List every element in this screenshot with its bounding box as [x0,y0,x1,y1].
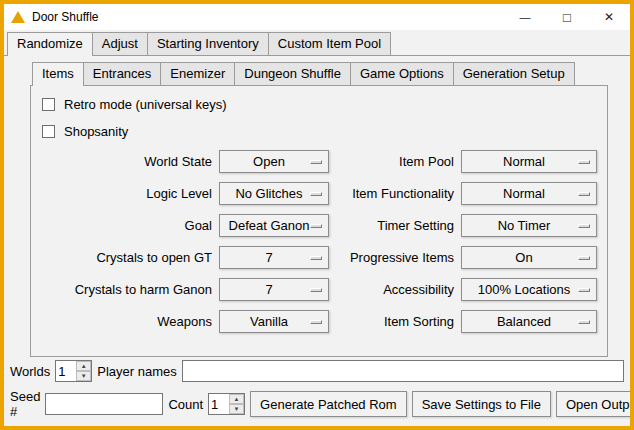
tab-dungeon-shuffle[interactable]: Dungeon Shuffle [234,62,351,85]
checkbox-icon[interactable] [42,125,55,138]
maximize-icon[interactable]: □ [546,4,588,30]
dropdown-indicator-icon [310,288,322,292]
tab-entrances[interactable]: Entrances [83,62,162,85]
tab-items[interactable]: Items [32,62,84,86]
footer-row-2: Seed # Count ▲ ▼ Generate Patched Rom Sa… [10,389,624,419]
item-pool-dropdown[interactable]: Normal [461,150,597,173]
close-icon[interactable]: ✕ [588,4,630,30]
tab-generation-setup[interactable]: Generation Setup [453,62,575,85]
spin-up-icon[interactable]: ▲ [229,394,244,404]
item-pool-label: Item Pool [336,154,454,169]
item-sorting-dropdown[interactable]: Balanced [461,310,597,333]
tab-randomize[interactable]: Randomize [7,32,93,56]
shopsanity-label: Shopsanity [64,124,128,139]
window-title: Door Shuffle [32,10,99,24]
window-body: Door Shuffle — □ ✕ Randomize Adjust Star… [4,4,630,426]
crystals-ganon-label: Crystals to harm Ganon [37,282,212,297]
titlebar: Door Shuffle — □ ✕ [4,4,630,30]
app-icon [11,11,25,23]
crystals-gt-dropdown[interactable]: 7 [219,246,329,269]
spin-down-icon[interactable]: ▼ [76,371,91,381]
item-sorting-label: Item Sorting [336,314,454,329]
dropdown-indicator-icon [310,224,322,228]
dropdown-indicator-icon [578,288,590,292]
progressive-items-value: On [515,250,542,265]
dropdown-indicator-icon [310,320,322,324]
world-state-dropdown[interactable]: Open [219,150,329,173]
spin-down-icon[interactable]: ▼ [229,404,244,414]
item-functionality-label: Item Functionality [336,186,454,201]
window-controls: — □ ✕ [504,4,630,30]
crystals-gt-label: Crystals to open GT [37,250,212,265]
timer-setting-label: Timer Setting [336,218,454,233]
item-functionality-dropdown[interactable]: Normal [461,182,597,205]
weapons-value: Vanilla [250,314,298,329]
retro-mode-label: Retro mode (universal keys) [64,97,227,112]
weapons-dropdown[interactable]: Vanilla [219,310,329,333]
count-stepper[interactable]: ▲ ▼ [208,393,245,415]
progressive-items-dropdown[interactable]: On [461,246,597,269]
logic-level-value: No Glitches [235,186,312,201]
settings-grid: World State Open Item Pool Normal Logic … [37,150,601,333]
goal-label: Goal [37,218,212,233]
logic-level-dropdown[interactable]: No Glitches [219,182,329,205]
shopsanity-checkbox[interactable]: Shopsanity [42,123,601,140]
secondary-tab-bar: Items Entrances Enemizer Dungeon Shuffle… [30,62,608,85]
footer-row-1: Worlds ▲ ▼ Player names [10,360,624,382]
primary-tab-bar: Randomize Adjust Starting Inventory Cust… [4,32,630,56]
count-input[interactable] [209,394,229,414]
worlds-stepper-arrows: ▲ ▼ [76,361,91,381]
footer: Worlds ▲ ▼ Player names Seed # Count [4,360,630,426]
dropdown-indicator-icon [578,320,590,324]
worlds-input[interactable] [56,361,76,381]
goal-value: Defeat Ganon [229,218,320,233]
tab-enemizer[interactable]: Enemizer [160,62,235,85]
count-label: Count [168,397,203,412]
player-names-label: Player names [97,364,176,379]
world-state-value: Open [253,154,295,169]
timer-setting-value: No Timer [498,218,561,233]
worlds-stepper[interactable]: ▲ ▼ [55,360,92,382]
count-stepper-arrows: ▲ ▼ [229,394,244,414]
seed-label: Seed # [10,389,40,419]
open-output-directory-button[interactable]: Open Output Directory [556,391,630,417]
dropdown-indicator-icon [578,160,590,164]
world-state-label: World State [37,154,212,169]
dropdown-indicator-icon [310,256,322,260]
tab-adjust[interactable]: Adjust [92,32,148,55]
crystals-ganon-dropdown[interactable]: 7 [219,278,329,301]
progressive-items-label: Progressive Items [336,250,454,265]
worlds-label: Worlds [10,364,50,379]
dropdown-indicator-icon [310,160,322,164]
checkbox-icon[interactable] [42,98,55,111]
logic-level-label: Logic Level [37,186,212,201]
dropdown-indicator-icon [578,192,590,196]
tab-game-options[interactable]: Game Options [350,62,454,85]
minimize-icon[interactable]: — [504,4,546,30]
generate-patched-rom-button[interactable]: Generate Patched Rom [250,391,407,417]
dropdown-indicator-icon [578,224,590,228]
retro-mode-checkbox[interactable]: Retro mode (universal keys) [42,96,601,113]
player-names-input[interactable] [182,360,624,382]
crystals-gt-value: 7 [265,250,282,265]
items-page: Retro mode (universal keys) Shopsanity W… [30,85,608,357]
window: Door Shuffle — □ ✕ Randomize Adjust Star… [0,0,634,430]
timer-setting-dropdown[interactable]: No Timer [461,214,597,237]
dropdown-indicator-icon [310,192,322,196]
goal-dropdown[interactable]: Defeat Ganon [219,214,329,237]
dropdown-indicator-icon [578,256,590,260]
item-pool-value: Normal [503,154,555,169]
accessibility-label: Accessibility [336,282,454,297]
item-functionality-value: Normal [503,186,555,201]
seed-input[interactable] [45,393,163,415]
accessibility-dropdown[interactable]: 100% Locations [461,278,597,301]
item-sorting-value: Balanced [497,314,561,329]
crystals-ganon-value: 7 [265,282,282,297]
tab-custom-item-pool[interactable]: Custom Item Pool [268,32,391,55]
tab-starting-inventory[interactable]: Starting Inventory [147,32,269,55]
save-settings-button[interactable]: Save Settings to File [412,391,551,417]
weapons-label: Weapons [37,314,212,329]
accessibility-value: 100% Locations [478,282,581,297]
spin-up-icon[interactable]: ▲ [76,361,91,371]
